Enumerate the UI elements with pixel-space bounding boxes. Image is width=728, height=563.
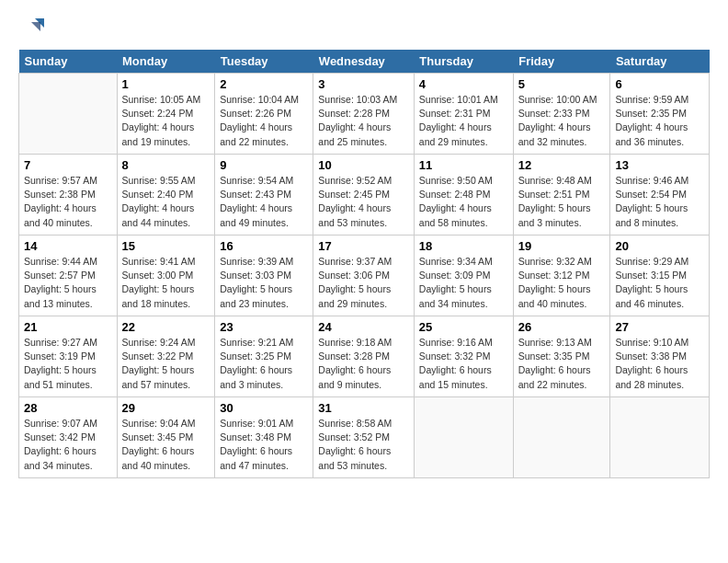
day-number: 23 — [220, 320, 308, 334]
day-info: Sunrise: 9:44 AM Sunset: 2:57 PM Dayligh… — [24, 255, 112, 311]
day-cell: 7Sunrise: 9:57 AM Sunset: 2:38 PM Daylig… — [19, 155, 118, 236]
day-cell: 11Sunrise: 9:50 AM Sunset: 2:48 PM Dayli… — [414, 155, 513, 236]
day-number: 29 — [122, 401, 210, 415]
day-number: 8 — [122, 158, 210, 172]
day-cell: 29Sunrise: 9:04 AM Sunset: 3:45 PM Dayli… — [117, 397, 215, 478]
week-row-5: 28Sunrise: 9:07 AM Sunset: 3:42 PM Dayli… — [19, 397, 710, 478]
day-info: Sunrise: 9:34 AM Sunset: 3:09 PM Dayligh… — [419, 255, 508, 311]
day-info: Sunrise: 10:05 AM Sunset: 2:24 PM Daylig… — [122, 93, 210, 149]
day-cell: 16Sunrise: 9:39 AM Sunset: 3:03 PM Dayli… — [215, 236, 313, 316]
day-number: 22 — [122, 320, 210, 334]
day-cell — [610, 397, 710, 478]
day-number: 14 — [24, 239, 112, 253]
day-cell: 18Sunrise: 9:34 AM Sunset: 3:09 PM Dayli… — [414, 236, 513, 316]
day-cell: 13Sunrise: 9:46 AM Sunset: 2:54 PM Dayli… — [610, 155, 710, 236]
day-number: 9 — [220, 158, 308, 172]
day-number: 26 — [518, 320, 606, 334]
day-cell: 8Sunrise: 9:55 AM Sunset: 2:40 PM Daylig… — [117, 155, 215, 236]
day-number: 16 — [220, 239, 308, 253]
day-cell: 4Sunrise: 10:01 AM Sunset: 2:31 PM Dayli… — [414, 74, 513, 155]
day-info: Sunrise: 9:59 AM Sunset: 2:35 PM Dayligh… — [615, 93, 704, 149]
day-cell: 6Sunrise: 9:59 AM Sunset: 2:35 PM Daylig… — [610, 74, 710, 155]
day-cell: 22Sunrise: 9:24 AM Sunset: 3:22 PM Dayli… — [117, 316, 215, 397]
day-info: Sunrise: 9:57 AM Sunset: 2:38 PM Dayligh… — [24, 174, 112, 230]
day-number: 17 — [318, 239, 409, 253]
day-cell: 15Sunrise: 9:41 AM Sunset: 3:00 PM Dayli… — [117, 236, 215, 316]
col-header-sunday: Sunday — [19, 50, 118, 74]
day-cell — [414, 397, 513, 478]
day-info: Sunrise: 10:01 AM Sunset: 2:31 PM Daylig… — [419, 93, 508, 149]
day-cell: 28Sunrise: 9:07 AM Sunset: 3:42 PM Dayli… — [19, 397, 118, 478]
day-number: 4 — [419, 77, 508, 91]
logo — [18, 15, 46, 40]
day-info: Sunrise: 9:52 AM Sunset: 2:45 PM Dayligh… — [318, 174, 409, 230]
day-number: 30 — [220, 401, 308, 415]
day-number: 21 — [24, 320, 112, 334]
day-info: Sunrise: 9:29 AM Sunset: 3:15 PM Dayligh… — [615, 255, 704, 311]
col-header-wednesday: Wednesday — [313, 50, 415, 74]
day-number: 13 — [615, 158, 704, 172]
day-info: Sunrise: 9:55 AM Sunset: 2:40 PM Dayligh… — [122, 174, 210, 230]
day-number: 5 — [518, 77, 606, 91]
day-cell: 10Sunrise: 9:52 AM Sunset: 2:45 PM Dayli… — [313, 155, 415, 236]
day-cell: 2Sunrise: 10:04 AM Sunset: 2:26 PM Dayli… — [215, 74, 313, 155]
day-number: 27 — [615, 320, 704, 334]
day-number: 12 — [518, 158, 606, 172]
day-info: Sunrise: 9:04 AM Sunset: 3:45 PM Dayligh… — [122, 417, 210, 473]
day-number: 7 — [24, 158, 112, 172]
day-cell: 17Sunrise: 9:37 AM Sunset: 3:06 PM Dayli… — [313, 236, 415, 316]
day-info: Sunrise: 9:54 AM Sunset: 2:43 PM Dayligh… — [220, 174, 308, 230]
week-row-4: 21Sunrise: 9:27 AM Sunset: 3:19 PM Dayli… — [19, 316, 710, 397]
day-number: 1 — [122, 77, 210, 91]
day-number: 6 — [615, 77, 704, 91]
day-info: Sunrise: 9:01 AM Sunset: 3:48 PM Dayligh… — [220, 417, 308, 473]
day-info: Sunrise: 9:32 AM Sunset: 3:12 PM Dayligh… — [518, 255, 606, 311]
day-cell: 1Sunrise: 10:05 AM Sunset: 2:24 PM Dayli… — [117, 74, 215, 155]
day-info: Sunrise: 9:37 AM Sunset: 3:06 PM Dayligh… — [318, 255, 409, 311]
day-cell: 9Sunrise: 9:54 AM Sunset: 2:43 PM Daylig… — [215, 155, 313, 236]
day-number: 18 — [419, 239, 508, 253]
day-info: Sunrise: 9:46 AM Sunset: 2:54 PM Dayligh… — [615, 174, 704, 230]
col-header-monday: Monday — [117, 50, 215, 74]
day-cell: 12Sunrise: 9:48 AM Sunset: 2:51 PM Dayli… — [513, 155, 610, 236]
day-cell: 3Sunrise: 10:03 AM Sunset: 2:28 PM Dayli… — [313, 74, 415, 155]
col-header-friday: Friday — [513, 50, 610, 74]
day-info: Sunrise: 9:18 AM Sunset: 3:28 PM Dayligh… — [318, 336, 409, 392]
day-info: Sunrise: 9:16 AM Sunset: 3:32 PM Dayligh… — [419, 336, 508, 392]
day-info: Sunrise: 9:24 AM Sunset: 3:22 PM Dayligh… — [122, 336, 210, 392]
day-cell: 20Sunrise: 9:29 AM Sunset: 3:15 PM Dayli… — [610, 236, 710, 316]
day-info: Sunrise: 9:21 AM Sunset: 3:25 PM Dayligh… — [220, 336, 308, 392]
day-info: Sunrise: 9:48 AM Sunset: 2:51 PM Dayligh… — [518, 174, 606, 230]
header-row: SundayMondayTuesdayWednesdayThursdayFrid… — [19, 50, 710, 74]
day-cell — [513, 397, 610, 478]
day-cell: 23Sunrise: 9:21 AM Sunset: 3:25 PM Dayli… — [215, 316, 313, 397]
day-info: Sunrise: 9:50 AM Sunset: 2:48 PM Dayligh… — [419, 174, 508, 230]
day-cell: 30Sunrise: 9:01 AM Sunset: 3:48 PM Dayli… — [215, 397, 313, 478]
day-number: 20 — [615, 239, 704, 253]
day-info: Sunrise: 10:04 AM Sunset: 2:26 PM Daylig… — [220, 93, 308, 149]
day-number: 3 — [318, 77, 409, 91]
day-number: 19 — [518, 239, 606, 253]
day-info: Sunrise: 9:10 AM Sunset: 3:38 PM Dayligh… — [615, 336, 704, 392]
day-number: 28 — [24, 401, 112, 415]
day-info: Sunrise: 10:03 AM Sunset: 2:28 PM Daylig… — [318, 93, 409, 149]
day-cell: 5Sunrise: 10:00 AM Sunset: 2:33 PM Dayli… — [513, 74, 610, 155]
day-info: Sunrise: 10:00 AM Sunset: 2:33 PM Daylig… — [518, 93, 606, 149]
day-cell: 24Sunrise: 9:18 AM Sunset: 3:28 PM Dayli… — [313, 316, 415, 397]
day-cell — [19, 74, 118, 155]
day-info: Sunrise: 8:58 AM Sunset: 3:52 PM Dayligh… — [318, 417, 409, 473]
day-cell: 25Sunrise: 9:16 AM Sunset: 3:32 PM Dayli… — [414, 316, 513, 397]
day-number: 31 — [318, 401, 409, 415]
day-cell: 21Sunrise: 9:27 AM Sunset: 3:19 PM Dayli… — [19, 316, 118, 397]
day-cell: 26Sunrise: 9:13 AM Sunset: 3:35 PM Dayli… — [513, 316, 610, 397]
page: SundayMondayTuesdayWednesdayThursdayFrid… — [0, 0, 728, 488]
header — [18, 15, 710, 40]
day-cell: 31Sunrise: 8:58 AM Sunset: 3:52 PM Dayli… — [313, 397, 415, 478]
day-number: 10 — [318, 158, 409, 172]
logo-icon — [18, 15, 44, 40]
day-info: Sunrise: 9:07 AM Sunset: 3:42 PM Dayligh… — [24, 417, 112, 473]
day-cell: 14Sunrise: 9:44 AM Sunset: 2:57 PM Dayli… — [19, 236, 118, 316]
week-row-3: 14Sunrise: 9:44 AM Sunset: 2:57 PM Dayli… — [19, 236, 710, 316]
day-info: Sunrise: 9:39 AM Sunset: 3:03 PM Dayligh… — [220, 255, 308, 311]
day-number: 15 — [122, 239, 210, 253]
